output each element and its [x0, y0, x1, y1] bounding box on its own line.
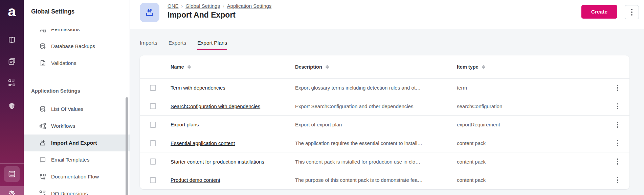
- sidebar-scrollbar-thumb[interactable]: [126, 97, 128, 195]
- sidebar-item-label: Permissions: [51, 29, 80, 32]
- column-header-item-type[interactable]: Item type: [457, 64, 606, 70]
- sidebar-section-application-settings: Application Settings: [24, 80, 130, 101]
- sidebar-item-label: Validations: [51, 60, 76, 66]
- breadcrumb: ONE › Global Settings › Application Sett…: [168, 3, 271, 9]
- rail-divider: [0, 163, 24, 164]
- sidebar-item-validations[interactable]: Validations: [24, 55, 130, 72]
- shield-icon[interactable]: [8, 102, 16, 110]
- row-checkbox[interactable]: [150, 85, 156, 91]
- sidebar-item-label: Workflows: [51, 123, 75, 129]
- brand-logo[interactable]: a: [0, 3, 24, 20]
- sidebar-item-import-and-export[interactable]: Import And Export: [24, 135, 130, 151]
- row-item-type: content pack: [457, 140, 606, 146]
- table-row: Product demo content The purpose of this…: [140, 171, 629, 189]
- row-description: Export glossary terms including detectio…: [295, 85, 457, 91]
- book-icon[interactable]: [8, 36, 16, 44]
- row-kebab-menu-button[interactable]: [615, 175, 620, 185]
- doc-check-icon: [39, 59, 46, 67]
- kebab-dot: [631, 14, 632, 16]
- settings-sidebar: Global Settings Permissions Database Bac…: [24, 0, 130, 195]
- row-description: The application requires the essential c…: [295, 140, 457, 146]
- row-kebab-menu-button[interactable]: [615, 156, 620, 167]
- row-checkbox[interactable]: [150, 122, 156, 128]
- row-kebab-menu-button[interactable]: [615, 101, 620, 112]
- tab-exports[interactable]: Exports: [169, 40, 186, 50]
- row-description: The purpose of this content pack is to d…: [295, 177, 457, 183]
- dimensions-icon[interactable]: [8, 79, 16, 87]
- header-kebab-menu-button[interactable]: [625, 5, 639, 19]
- breadcrumb-separator: ›: [181, 3, 183, 9]
- sort-icon[interactable]: [482, 65, 485, 69]
- create-button[interactable]: Create: [581, 5, 617, 19]
- column-header-description[interactable]: Description: [295, 64, 457, 70]
- sidebar-item-documentation-flow[interactable]: Documentation Flow: [24, 168, 130, 185]
- import-export-icon: [39, 139, 46, 147]
- gear-icon[interactable]: [8, 189, 16, 195]
- page-header: ONE › Global Settings › Application Sett…: [130, 0, 644, 29]
- export-plans-table: Name Description Item type Term with dep…: [140, 55, 629, 189]
- app-rail: a: [0, 0, 24, 195]
- row-name-link[interactable]: SearchConfiguration with dependencies: [171, 103, 295, 109]
- row-name-link[interactable]: Term with dependencies: [171, 85, 295, 91]
- row-kebab-menu-button[interactable]: [615, 120, 620, 130]
- sidebar-item-label: Database Backups: [51, 43, 95, 49]
- column-header-name[interactable]: Name: [171, 64, 295, 70]
- admin-list-icon[interactable]: [8, 170, 16, 178]
- row-checkbox[interactable]: [150, 177, 156, 183]
- table-row: Term with dependencies Export glossary t…: [140, 78, 629, 97]
- breadcrumb-link-one[interactable]: ONE: [168, 3, 179, 9]
- row-item-type: searchConfiguration: [457, 103, 606, 109]
- sidebar-item-email-templates[interactable]: Email Templates: [24, 151, 130, 168]
- row-name-link[interactable]: Essential application content: [171, 140, 295, 146]
- database-up-icon: [39, 105, 46, 113]
- row-checkbox[interactable]: [150, 140, 156, 146]
- chat-icon: [39, 156, 46, 164]
- row-item-type: term: [457, 85, 606, 91]
- row-description: Export of export plan: [295, 122, 457, 127]
- table-header-row: Name Description Item type: [140, 55, 629, 78]
- row-checkbox[interactable]: [150, 159, 156, 165]
- sidebar-item-do-dimensions[interactable]: DO Dimensions: [24, 185, 130, 195]
- table-row: Essential application content The applic…: [140, 134, 629, 152]
- tab-bar: Imports Exports Export Plans: [140, 40, 227, 50]
- kebab-dot: [631, 11, 632, 13]
- sidebar-item-label: Import And Export: [51, 140, 97, 146]
- breadcrumb-link-global-settings[interactable]: Global Settings: [185, 3, 220, 9]
- sidebar-item-workflows[interactable]: Workflows: [24, 118, 130, 135]
- sort-icon[interactable]: [326, 65, 329, 69]
- sidebar-scroll-viewport: Permissions Database Backups Validations…: [24, 29, 130, 195]
- sidebar-title: Global Settings: [31, 8, 74, 15]
- row-description: Export SearchConfiguration and other dep…: [295, 103, 457, 109]
- table-row: Export plans Export of export plan expor…: [140, 115, 629, 134]
- app-root: a Global Settings Permissions Database B…: [0, 0, 644, 195]
- row-kebab-menu-button[interactable]: [615, 83, 620, 93]
- catalog-pages-icon[interactable]: [8, 57, 16, 66]
- sort-icon[interactable]: [187, 65, 191, 69]
- user-lock-icon: [39, 29, 46, 33]
- tab-export-plans[interactable]: Export Plans: [197, 40, 227, 50]
- row-name-link[interactable]: Export plans: [171, 122, 295, 127]
- sidebar-item-list-of-values[interactable]: List Of Values: [24, 101, 130, 118]
- row-kebab-menu-button[interactable]: [615, 138, 620, 148]
- sidebar-item-database-backups[interactable]: Database Backups: [24, 38, 130, 55]
- table-row: SearchConfiguration with dependencies Ex…: [140, 97, 629, 116]
- sidebar-item-label: DO Dimensions: [51, 191, 88, 195]
- database-up-icon: [39, 43, 46, 50]
- tab-imports[interactable]: Imports: [140, 40, 157, 50]
- sidebar-item-permissions[interactable]: Permissions: [24, 29, 130, 38]
- row-item-type: exportRequirement: [457, 122, 606, 127]
- row-item-type: content pack: [457, 177, 606, 183]
- breadcrumb-separator: ›: [223, 3, 224, 9]
- sidebar-item-label: Documentation Flow: [51, 174, 99, 180]
- table-row: Starter content for production installat…: [140, 152, 629, 171]
- row-checkbox[interactable]: [150, 103, 156, 109]
- page-title: Import And Export: [168, 10, 236, 20]
- sidebar-item-label: Email Templates: [51, 157, 89, 163]
- dimensions-icon: [39, 190, 46, 195]
- row-name-link[interactable]: Product demo content: [171, 177, 295, 183]
- row-item-type: content pack: [457, 159, 606, 165]
- breadcrumb-link-application-settings[interactable]: Application Settings: [227, 3, 272, 9]
- row-name-link[interactable]: Starter content for production installat…: [171, 159, 295, 165]
- import-export-tile: [140, 3, 159, 22]
- import-export-icon: [145, 7, 155, 18]
